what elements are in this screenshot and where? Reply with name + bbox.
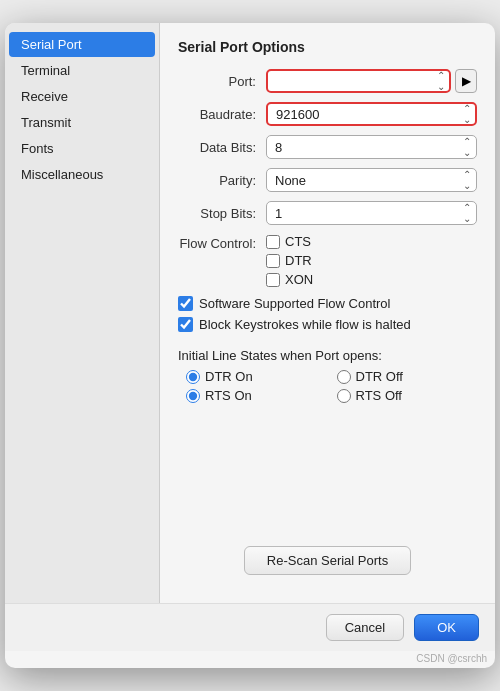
stopbits-select[interactable]: 11.52	[266, 201, 477, 225]
flow-options: CTS DTR XON	[266, 234, 313, 287]
rescan-button[interactable]: Re-Scan Serial Ports	[244, 546, 411, 575]
parity-row: Parity: NoneOddEvenMarkSpace ⌃⌄	[178, 168, 477, 192]
dtr-on-label: DTR On	[205, 369, 253, 384]
databits-row: Data Bits: 5678 ⌃⌄	[178, 135, 477, 159]
dtr-off-radio-row: DTR Off	[337, 369, 478, 384]
block-keystrokes-row: Block Keystrokes while flow is halted	[178, 317, 477, 332]
rts-on-label: RTS On	[205, 388, 252, 403]
rts-on-radio-row: RTS On	[186, 388, 327, 403]
main-content: Serial Port Options Port: ⌃⌄ ▶ Baudrate:	[160, 23, 495, 603]
sw-flow-label: Software Supported Flow Control	[199, 296, 390, 311]
rts-off-radio[interactable]	[337, 389, 351, 403]
port-row: Port: ⌃⌄ ▶	[178, 69, 477, 93]
dialog-footer: Cancel OK	[5, 603, 495, 651]
sidebar: Serial Port Terminal Receive Transmit Fo…	[5, 23, 160, 603]
dtr-on-radio[interactable]	[186, 370, 200, 384]
port-select[interactable]	[266, 69, 451, 93]
parity-select[interactable]: NoneOddEvenMarkSpace	[266, 168, 477, 192]
sidebar-item-serial-port[interactable]: Serial Port	[9, 32, 155, 57]
dialog-body: Serial Port Terminal Receive Transmit Fo…	[5, 23, 495, 603]
cts-label: CTS	[285, 234, 311, 249]
dialog: Serial Port Terminal Receive Transmit Fo…	[5, 23, 495, 668]
port-select-wrapper: ⌃⌄	[266, 69, 451, 93]
baudrate-select-wrapper: 3006001200240048009600144001920028800384…	[266, 102, 477, 126]
parity-select-wrapper: NoneOddEvenMarkSpace ⌃⌄	[266, 168, 477, 192]
sidebar-item-transmit[interactable]: Transmit	[9, 110, 155, 135]
initial-line-title: Initial Line States when Port opens:	[178, 348, 477, 363]
parity-label: Parity:	[178, 173, 266, 188]
rescan-area: Re-Scan Serial Ports	[178, 403, 477, 591]
databits-select-wrapper: 5678 ⌃⌄	[266, 135, 477, 159]
stopbits-select-wrapper: 11.52 ⌃⌄	[266, 201, 477, 225]
port-arrow-button[interactable]: ▶	[455, 69, 477, 93]
xon-checkbox-row: XON	[266, 272, 313, 287]
sidebar-item-miscellaneous[interactable]: Miscellaneous	[9, 162, 155, 187]
baudrate-row: Baudrate: 300600120024004800960014400192…	[178, 102, 477, 126]
port-label: Port:	[178, 74, 266, 89]
section-title: Serial Port Options	[178, 39, 477, 55]
initial-line-section: Initial Line States when Port opens: DTR…	[178, 348, 477, 403]
baudrate-label: Baudrate:	[178, 107, 266, 122]
flow-control-group: Flow Control: CTS DTR XON	[178, 234, 477, 287]
ok-button[interactable]: OK	[414, 614, 479, 641]
sidebar-item-terminal[interactable]: Terminal	[9, 58, 155, 83]
dtr-checkbox[interactable]	[266, 254, 280, 268]
flowcontrol-label: Flow Control:	[178, 234, 266, 251]
dtr-off-radio[interactable]	[337, 370, 351, 384]
stopbits-label: Stop Bits:	[178, 206, 266, 221]
sw-flow-checkbox[interactable]	[178, 296, 193, 311]
sidebar-item-receive[interactable]: Receive	[9, 84, 155, 109]
cts-checkbox-row: CTS	[266, 234, 313, 249]
block-keystrokes-label: Block Keystrokes while flow is halted	[199, 317, 411, 332]
radio-grid: DTR On DTR Off RTS On RTS Off	[178, 369, 477, 403]
cts-checkbox[interactable]	[266, 235, 280, 249]
rts-on-radio[interactable]	[186, 389, 200, 403]
rts-off-label: RTS Off	[356, 388, 402, 403]
baudrate-select[interactable]: 3006001200240048009600144001920028800384…	[266, 102, 477, 126]
rts-off-radio-row: RTS Off	[337, 388, 478, 403]
databits-select[interactable]: 5678	[266, 135, 477, 159]
dtr-fc-label: DTR	[285, 253, 312, 268]
dtr-off-label: DTR Off	[356, 369, 403, 384]
stopbits-row: Stop Bits: 11.52 ⌃⌄	[178, 201, 477, 225]
watermark: CSDN @csrchh	[5, 651, 495, 668]
sw-flow-row: Software Supported Flow Control	[178, 296, 477, 311]
cancel-button[interactable]: Cancel	[326, 614, 404, 641]
block-keystrokes-checkbox[interactable]	[178, 317, 193, 332]
dtr-checkbox-row: DTR	[266, 253, 313, 268]
xon-checkbox[interactable]	[266, 273, 280, 287]
dtr-on-radio-row: DTR On	[186, 369, 327, 384]
xon-label: XON	[285, 272, 313, 287]
sidebar-item-fonts[interactable]: Fonts	[9, 136, 155, 161]
databits-label: Data Bits:	[178, 140, 266, 155]
